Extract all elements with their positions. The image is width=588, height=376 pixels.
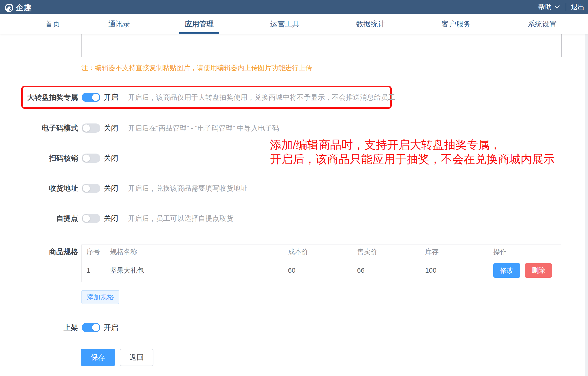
toggle-knob: [83, 155, 90, 162]
nav-tab-home[interactable]: 首页: [45, 14, 60, 34]
annotation-line-2: 开启后，该商品只能应用于抽奖，不会在兑换商城内展示: [270, 152, 555, 166]
toggle-state: 关闭: [104, 122, 118, 134]
toggle-knob: [83, 185, 90, 192]
topbar-right: 帮助 退出: [538, 0, 585, 14]
toggle-knob: [92, 324, 99, 331]
back-button[interactable]: 返回: [120, 349, 153, 366]
col-header-price: 售卖价: [352, 245, 420, 259]
field-label: 电子码模式: [0, 122, 78, 134]
chevron-down-icon: [555, 5, 560, 9]
nav-tab-service[interactable]: 客户服务: [441, 14, 471, 34]
cell-name: 坚果大礼包: [105, 259, 283, 282]
help-label: 帮助: [538, 2, 552, 12]
table-row: 1 坚果大礼包 60 66 100 修改 删除: [82, 259, 561, 282]
field-description: 开启后，兑换该商品需要填写收货地址: [128, 182, 247, 194]
cell-actions: 修改 删除: [488, 259, 561, 282]
page: 企趣 帮助 退出 首页 通讯录 应用管理 运营工具 数据统计 客户服务 系统设置…: [0, 0, 588, 376]
logout-button[interactable]: 退出: [571, 2, 585, 12]
annotation-text: 添加/编辑商品时，支持开启大转盘抽奖专属， 开启后，该商品只能应用于抽奖，不会在…: [270, 138, 555, 166]
form-row-ecode-mode: 电子码模式 关闭 开启后在“商品管理” - “电子码管理” 中导入电子码: [0, 122, 577, 134]
field-label: 扫码核销: [0, 152, 78, 164]
col-header-cost: 成本价: [283, 245, 352, 259]
toggle-state: 关闭: [104, 182, 118, 194]
lottery-exclusive-toggle[interactable]: [82, 93, 100, 102]
toggle-state: 关闭: [104, 152, 118, 164]
nav-tab-contacts[interactable]: 通讯录: [108, 14, 130, 34]
cell-index: 1: [82, 259, 105, 282]
nav-tab-stats[interactable]: 数据统计: [356, 14, 385, 34]
form-row-shipping-address: 收货地址 关闭 开启后，兑换该商品需要填写收货地址: [0, 182, 577, 194]
delete-button[interactable]: 删除: [525, 263, 552, 278]
active-tab-underline: [179, 32, 219, 34]
toggle-state: 开启: [104, 322, 118, 333]
cell-price: 66: [352, 259, 420, 282]
field-label: 上架: [0, 322, 78, 333]
toggle-knob: [83, 124, 90, 132]
toggle-state: 开启: [104, 91, 118, 103]
topbar-divider: [566, 3, 566, 11]
cell-cost: 60: [283, 259, 352, 282]
editor-note: 注：编辑器不支持直接复制粘贴图片，请使用编辑器内上传图片功能进行上传: [82, 63, 312, 73]
shelf-toggle[interactable]: [82, 323, 100, 332]
col-header-stock: 库存: [420, 245, 488, 259]
help-menu[interactable]: 帮助: [538, 2, 560, 12]
form-row-lottery-exclusive: 大转盘抽奖专属 开启 开启后，该商品仅用于大转盘抽奖使用，兑换商城中将不予显示，…: [0, 91, 577, 103]
field-label: 自提点: [0, 212, 78, 224]
annotation-line-1: 添加/编辑商品时，支持开启大转盘抽奖专属，: [270, 138, 555, 152]
nav-tab-app-management[interactable]: 应用管理: [185, 14, 214, 34]
field-description: 开启后，该商品仅用于大转盘抽奖使用，兑换商城中将不予显示，不会推送消息给员工: [128, 91, 395, 103]
form-row-shelf: 上架 开启: [0, 322, 577, 333]
field-label: 收货地址: [0, 182, 78, 194]
scrollbar[interactable]: [585, 34, 588, 376]
nav-tab-label: 应用管理: [185, 20, 214, 28]
shipping-address-toggle[interactable]: [82, 184, 100, 193]
brand-name: 企趣: [16, 2, 32, 13]
col-header-actions: 操作: [488, 245, 561, 259]
brand: 企趣: [5, 2, 32, 13]
brand-logo-icon: [5, 3, 14, 12]
topbar: 企趣 帮助 退出: [0, 0, 588, 14]
toggle-knob: [83, 215, 90, 222]
field-description: 开启后在“商品管理” - “电子码管理” 中导入电子码: [128, 122, 279, 134]
col-header-index: 序号: [82, 245, 105, 259]
save-button[interactable]: 保存: [81, 349, 115, 366]
spec-table-label: 商品规格: [0, 244, 78, 259]
form-row-pickup-point: 自提点 关闭 开启后，员工可以选择自提点取货: [0, 212, 577, 224]
field-label: 大转盘抽奖专属: [0, 91, 78, 103]
spec-table-header: 序号 规格名称 成本价 售卖价 库存 操作: [82, 245, 561, 259]
rich-text-editor[interactable]: [82, 34, 562, 57]
field-description: 开启后，员工可以选择自提点取货: [128, 212, 233, 224]
cell-stock: 100: [420, 259, 488, 282]
add-spec-button[interactable]: 添加规格: [82, 290, 119, 304]
edit-button[interactable]: 修改: [493, 263, 520, 278]
ecode-mode-toggle[interactable]: [82, 123, 100, 133]
main-nav: 首页 通讯录 应用管理 运营工具 数据统计 客户服务 系统设置: [0, 14, 588, 34]
col-header-name: 规格名称: [105, 245, 283, 259]
scan-verify-toggle[interactable]: [82, 154, 100, 163]
nav-tab-settings[interactable]: 系统设置: [528, 14, 557, 34]
spec-table: 序号 规格名称 成本价 售卖价 库存 操作 1 坚果大礼包 60 66 100 …: [82, 244, 561, 282]
pickup-point-toggle[interactable]: [82, 214, 100, 223]
nav-tab-operation[interactable]: 运营工具: [270, 14, 299, 34]
toggle-knob: [92, 94, 99, 101]
toggle-state: 关闭: [104, 212, 118, 224]
